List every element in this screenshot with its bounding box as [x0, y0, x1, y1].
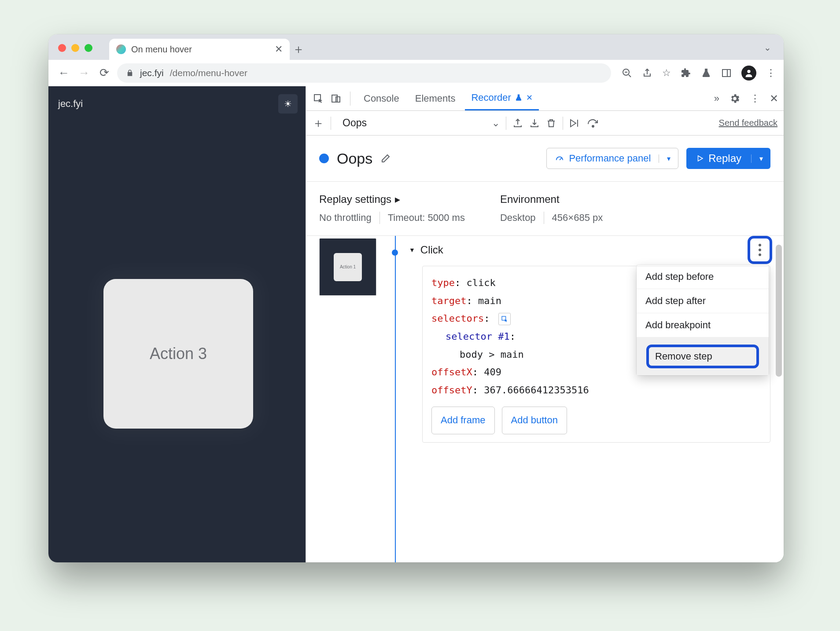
step-menu-button[interactable]	[748, 236, 772, 264]
add-button-button[interactable]: Add button	[502, 407, 567, 434]
new-recording-button[interactable]: ＋	[312, 115, 324, 132]
gauge-icon	[555, 154, 564, 163]
url-host: jec.fyi	[140, 68, 164, 78]
prop-value[interactable]: 409	[484, 367, 501, 378]
settings-row: Replay settings ▸ No throttling Timeout:…	[306, 182, 784, 236]
timeline	[387, 236, 403, 562]
thumb-label: Action 1	[340, 264, 356, 269]
edit-title-icon[interactable]	[380, 153, 391, 164]
titlebar: On menu hover ✕ ＋ ⌄	[48, 34, 784, 60]
window-controls	[58, 44, 92, 52]
toolbar: ← → ⟳ jec.fyi/demo/menu-hover ☆ ⋮	[48, 60, 784, 86]
prop-value[interactable]: click	[466, 277, 495, 288]
device-toggle-icon[interactable]	[329, 93, 343, 104]
tab-recorder[interactable]: Recorder ✕	[465, 86, 538, 110]
prop-key: target	[431, 295, 466, 306]
recording-header: Oops Performance panel ▾ Replay ▾	[306, 136, 784, 182]
svg-rect-5	[336, 97, 340, 102]
tab-search-button[interactable]: ⌄	[764, 42, 771, 53]
step-details: type: click target: main selectors: sele…	[422, 266, 770, 443]
browser-window: On menu hover ✕ ＋ ⌄ ← → ⟳ jec.fyi/demo/m…	[48, 34, 784, 562]
action-card[interactable]: Action 3	[103, 279, 253, 429]
svg-point-2	[747, 70, 750, 73]
prop-key: selectors	[431, 313, 484, 324]
devtools-menu-icon[interactable]: ⋮	[750, 93, 760, 104]
prop-key: offsetX	[431, 367, 472, 378]
bookmark-icon[interactable]: ☆	[662, 67, 671, 79]
window-maximize-button[interactable]	[85, 44, 92, 52]
add-frame-button[interactable]: Add frame	[431, 407, 495, 434]
record-indicator-icon	[319, 154, 329, 163]
step-title: Click	[420, 244, 443, 256]
reload-button[interactable]: ⟳	[97, 66, 112, 80]
delete-icon[interactable]	[546, 118, 556, 128]
theme-toggle-button[interactable]: ☀	[278, 94, 298, 114]
browser-tab[interactable]: On menu hover ✕	[109, 39, 290, 60]
selector-value[interactable]: body > main	[460, 349, 524, 360]
throttling-value: No throttling	[319, 212, 372, 224]
inspect-icon[interactable]	[311, 93, 325, 104]
import-icon[interactable]	[529, 118, 540, 128]
prop-value[interactable]: main	[478, 295, 501, 306]
more-tabs-icon[interactable]: »	[714, 93, 719, 104]
timeout-value: Timeout: 5000 ms	[388, 212, 465, 224]
prop-key: type	[431, 277, 455, 288]
tab-console[interactable]: Console	[357, 86, 405, 110]
replay-dropdown[interactable]: ▾	[751, 154, 770, 163]
url-path: /demo/menu-hover	[170, 68, 247, 78]
action-card-label: Action 3	[150, 345, 207, 363]
tab-close-icon[interactable]: ✕	[526, 93, 533, 103]
selector-label: selector #1	[446, 331, 510, 342]
recording-dropdown-icon[interactable]: ⌄	[492, 117, 500, 129]
environment-device: Desktop	[500, 212, 536, 224]
content-area: jec.fyi ☀ Action 3 Console Elements Reco…	[48, 86, 784, 562]
tab-elements[interactable]: Elements	[409, 86, 462, 110]
profile-avatar[interactable]	[741, 66, 756, 81]
scrollbar[interactable]	[776, 245, 782, 377]
browser-menu-icon[interactable]: ⋮	[766, 67, 776, 79]
environment-title: Environment	[500, 193, 560, 205]
export-icon[interactable]	[512, 118, 523, 128]
back-button[interactable]: ←	[56, 66, 71, 80]
devtools-tabbar: Console Elements Recorder ✕ » ⋮ ✕	[306, 86, 784, 111]
caret-right-icon: ▸	[395, 193, 400, 205]
performance-panel-button[interactable]: Performance panel ▾	[546, 148, 678, 169]
site-title: jec.fyi	[58, 98, 83, 110]
tab-close-icon[interactable]: ✕	[275, 44, 283, 55]
prop-value[interactable]: 367.66666412353516	[484, 385, 589, 396]
settings-icon[interactable]	[729, 93, 741, 104]
flask-icon	[515, 94, 523, 102]
extensions-icon[interactable]	[681, 68, 691, 78]
zoom-icon[interactable]	[622, 68, 632, 78]
step-thumbnail: Action 1	[319, 236, 376, 562]
send-feedback-link[interactable]: Send feedback	[719, 118, 777, 128]
labs-icon[interactable]	[701, 68, 711, 78]
play-icon	[696, 154, 704, 162]
address-bar[interactable]: jec.fyi/demo/menu-hover	[117, 63, 611, 83]
timeline-node-icon[interactable]	[392, 249, 398, 256]
new-tab-button[interactable]: ＋	[290, 39, 307, 60]
step-over-icon[interactable]	[587, 118, 599, 128]
kebab-icon	[759, 244, 761, 256]
window-close-button[interactable]	[58, 44, 66, 52]
selector-picker-icon[interactable]	[498, 313, 511, 325]
svg-rect-1	[722, 70, 730, 77]
tab-title: On menu hover	[131, 44, 192, 55]
window-minimize-button[interactable]	[71, 44, 79, 52]
replay-settings-toggle[interactable]: Replay settings ▸	[319, 193, 465, 205]
replay-button[interactable]: Replay ▾	[686, 148, 770, 169]
prop-key: offsetY	[431, 385, 472, 396]
devtools-panel: Console Elements Recorder ✕ » ⋮ ✕ ＋ Oops	[306, 86, 784, 562]
side-panel-icon[interactable]	[721, 68, 732, 78]
recorder-toolbar: ＋ Oops ⌄ Send feedback	[306, 111, 784, 136]
devtools-close-icon[interactable]: ✕	[770, 92, 778, 105]
share-icon[interactable]	[642, 68, 652, 78]
svg-rect-4	[332, 95, 337, 102]
steps-area: Action 1 ▼ Click Add step before	[306, 236, 784, 562]
performance-panel-dropdown[interactable]: ▾	[659, 154, 678, 163]
recording-name: Oops	[337, 117, 372, 129]
lock-icon	[126, 69, 134, 77]
step-header[interactable]: ▼ Click	[409, 244, 770, 256]
forward-button[interactable]: →	[77, 66, 92, 80]
step-play-icon[interactable]	[569, 118, 581, 128]
